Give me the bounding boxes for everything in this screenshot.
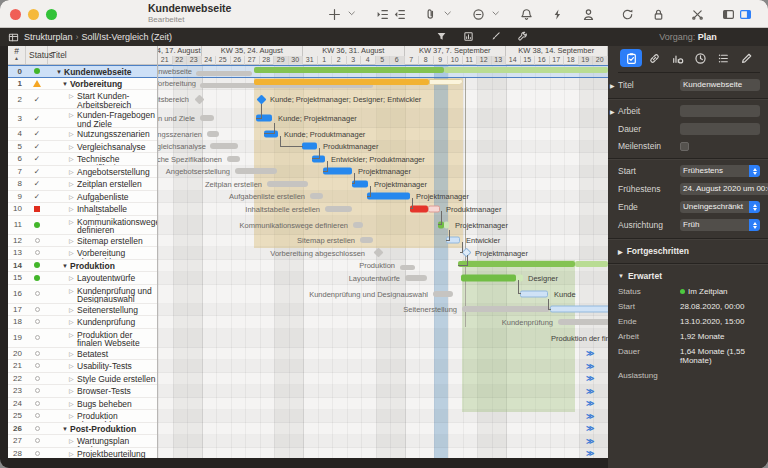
task-bar[interactable] — [302, 143, 317, 150]
indent-icon[interactable] — [374, 4, 391, 24]
expand-icon[interactable]: ▷ — [69, 248, 77, 258]
gantt-row[interactable]: Kundenwebseite — [158, 65, 608, 78]
brush-icon[interactable] — [490, 28, 501, 46]
task-bar[interactable] — [461, 274, 516, 281]
baseline-bar[interactable] — [462, 306, 550, 312]
gantt-row[interactable]: Vorbereitung abgeschlossenProjektmanager — [158, 247, 608, 260]
meilenstein-checkbox[interactable] — [680, 142, 689, 151]
table-row[interactable]: 2✓▷Start Kunden-Arbeitsbereich — [8, 90, 157, 109]
close-window-icon[interactable] — [10, 9, 21, 20]
titel-input[interactable]: Kundenwebseite — [680, 79, 760, 91]
table-row[interactable]: 16▷Kundenprüfung und Designauswahl — [8, 285, 157, 304]
gantt-row[interactable]: Kundenprüfung — [158, 316, 608, 329]
gantt-row[interactable]: Zeitplan erstellenProjektmanager — [158, 178, 608, 191]
gantt-row[interactable]: VergleichsanalyseProduktmanager — [158, 141, 608, 154]
zoom-window-icon[interactable] — [46, 9, 57, 20]
milestone-diamond[interactable] — [374, 248, 384, 258]
dauer-input[interactable] — [680, 123, 760, 135]
gantt-row[interactable]: ≫ — [158, 385, 608, 398]
table-row[interactable]: 0▼Kundenwebseite — [8, 65, 157, 78]
breadcrumb-subview[interactable]: Soll/Ist-Vergleich (Zeit) — [82, 32, 173, 42]
tab-links[interactable] — [643, 49, 665, 67]
gantt-row[interactable]: Seitenerstellung — [158, 304, 608, 317]
task-bar[interactable] — [444, 221, 449, 228]
tab-time[interactable] — [690, 49, 712, 67]
gantt-row[interactable]: LayoutentwürfeDesigner — [158, 272, 608, 285]
expand-icon[interactable]: ▷ — [69, 411, 77, 421]
table-row[interactable]: 24▷Bugs beheben — [8, 398, 157, 411]
table-row[interactable]: 26▼Post-Produktion — [8, 423, 157, 436]
table-row[interactable]: 13▷Vorbereitung abgeschlossen — [8, 247, 157, 260]
table-row[interactable]: 14▼Produktion — [8, 260, 157, 273]
gantt-row[interactable]: ≫ — [158, 423, 608, 436]
baseline-bar[interactable] — [353, 222, 363, 228]
task-bar[interactable] — [367, 193, 410, 200]
task-bar[interactable] — [254, 67, 444, 73]
task-bar[interactable] — [575, 261, 608, 267]
table-row[interactable]: 21▷Usability-Tests — [8, 360, 157, 373]
collapse-icon[interactable]: ▼ — [62, 424, 70, 434]
task-bar[interactable] — [444, 67, 608, 73]
table-row[interactable]: 15▷Layoutentwürfe — [8, 272, 157, 285]
gantt-row[interactable]: ≫ — [158, 448, 608, 459]
expand-icon[interactable]: ▷ — [69, 204, 77, 214]
bar-offscreen-indicator[interactable]: ≫ — [586, 361, 594, 370]
gantt-row[interactable]: Kundenprüfung und DesignauswahlKunde — [158, 285, 608, 304]
collapse-icon[interactable]: ▼ — [62, 261, 70, 271]
gantt-row[interactable]: Sitemap erstellenEntwickler — [158, 235, 608, 248]
expand-icon[interactable]: ▷ — [69, 399, 77, 409]
gantt-row[interactable]: Technische SpezifikationenEntwickler; Pr… — [158, 153, 608, 166]
report-icon[interactable] — [463, 28, 474, 46]
actions-bolt-icon[interactable] — [549, 4, 566, 24]
gantt-row[interactable]: ≫ — [158, 435, 608, 448]
tab-finance[interactable] — [666, 49, 688, 67]
notification-bell-icon[interactable] — [518, 4, 535, 24]
bar-offscreen-indicator[interactable]: ≫ — [586, 436, 594, 445]
gantt-row[interactable]: NutzungsszenarienKunde; Produktmanager — [158, 128, 608, 141]
gantt-row[interactable]: ≫ — [158, 373, 608, 386]
table-row[interactable]: 19▷Produktion der finalen Webseite — [8, 329, 157, 348]
expand-icon[interactable]: ▷ — [69, 142, 77, 152]
table-row[interactable]: 22▷Style Guide erstellen — [8, 373, 157, 386]
lock-icon[interactable] — [650, 4, 667, 24]
ausrichtung-select[interactable]: Früh — [680, 219, 760, 231]
tab-edit[interactable] — [736, 49, 758, 67]
baseline-bar[interactable] — [433, 291, 453, 297]
table-row[interactable]: 7✓▷Angebotserstellung — [8, 166, 157, 179]
breadcrumb-view[interactable]: Strukturplan — [24, 32, 73, 42]
task-bar[interactable] — [428, 205, 440, 212]
resources-person-icon[interactable] — [580, 4, 597, 24]
wrench-icon[interactable] — [517, 28, 528, 46]
column-status[interactable]: Status — [26, 46, 48, 64]
expand-icon[interactable]: ▷ — [69, 179, 77, 189]
baseline-bar[interactable] — [196, 71, 252, 76]
expand-icon[interactable]: ▷ — [69, 361, 77, 371]
bar-offscreen-indicator[interactable]: ≫ — [586, 424, 594, 433]
gantt-row[interactable]: ≫ — [158, 398, 608, 411]
fruehestens-date-input[interactable]: 24. August 2020 um 00:00 — [680, 183, 768, 195]
table-row[interactable]: 5✓▷Vergleichsanalyse — [8, 141, 157, 154]
baseline-bar[interactable] — [310, 193, 323, 199]
table-row[interactable]: 4✓▷Nutzungsszenarien — [8, 128, 157, 141]
section-erwartet[interactable]: ▼Erwartet — [618, 271, 760, 281]
table-row[interactable]: 20▷Betatest — [8, 348, 157, 361]
expand-icon[interactable]: ▷ — [69, 167, 77, 177]
expand-icon[interactable]: ▷ — [69, 349, 77, 359]
expand-icon[interactable]: ▷ — [69, 236, 77, 246]
gantt-row[interactable]: Vorbereitung — [158, 78, 608, 91]
expand-icon[interactable]: ▷ — [69, 286, 77, 296]
bar-offscreen-indicator[interactable]: ≫ — [586, 386, 594, 395]
task-bar[interactable] — [429, 79, 463, 85]
breadcrumb[interactable]: Strukturplan›Soll/Ist-Vergleich (Zeit) — [24, 32, 172, 42]
expand-icon[interactable]: ▷ — [69, 449, 77, 459]
baseline-bar[interactable] — [400, 265, 415, 270]
tab-outline[interactable] — [713, 49, 735, 67]
gantt-row[interactable]: ≫ — [158, 410, 608, 423]
start-select[interactable]: Frühestens — [680, 165, 760, 177]
tab-task[interactable] — [620, 49, 642, 67]
table-row[interactable]: 17▷Seitenerstellung — [8, 304, 157, 317]
gantt-row[interactable]: AngebotserstellungProjektmanager — [158, 166, 608, 179]
baseline-bar[interactable] — [360, 237, 373, 243]
gantt-row[interactable]: ≫ — [158, 348, 608, 361]
expand-icon[interactable]: ▷ — [69, 273, 77, 283]
